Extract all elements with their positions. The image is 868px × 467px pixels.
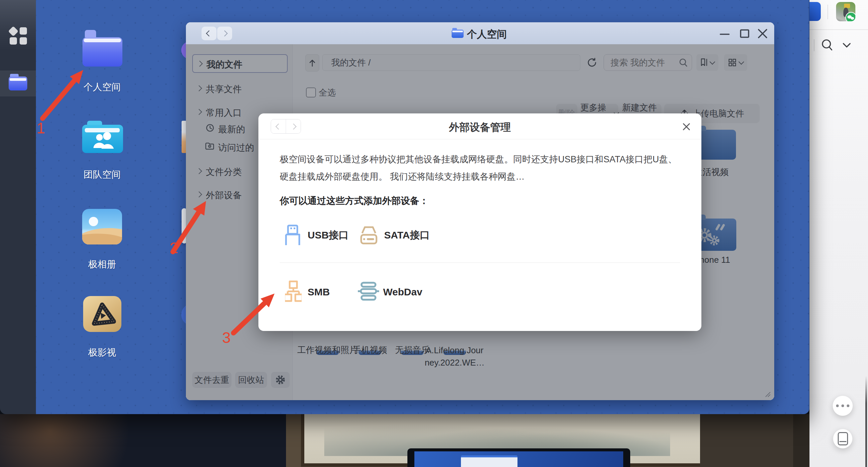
step-number-3: 3 bbox=[222, 329, 231, 347]
chevron-down-icon[interactable] bbox=[841, 41, 852, 49]
tile bbox=[20, 27, 27, 35]
desktop-icon-personal-space[interactable] bbox=[83, 29, 122, 66]
phone-screen-line bbox=[839, 441, 846, 442]
window-title: 个人空间 bbox=[467, 28, 507, 41]
wechat-badge-icon bbox=[845, 12, 855, 21]
modal-description: 极空间设备可以通过多种协议把其他设备挂载成网络硬盘。同时还支持USB接口和SAT… bbox=[280, 151, 684, 185]
host-blue-button[interactable] bbox=[809, 2, 821, 21]
close-button[interactable] bbox=[756, 27, 769, 40]
files-dock-icon[interactable] bbox=[9, 74, 27, 92]
photo-shelf-band bbox=[793, 414, 809, 467]
titlebar-folder-icon bbox=[452, 28, 464, 38]
smb-network-icon bbox=[285, 280, 302, 304]
folder-tab bbox=[85, 30, 96, 37]
webdav-stack-icon bbox=[358, 282, 379, 301]
external-device-modal: 外部设备管理 极空间设备可以通过多种协议把其他设备挂载成网络硬盘。同时还支持US… bbox=[258, 114, 702, 331]
desktop-icon-label[interactable]: 团队空间 bbox=[62, 168, 142, 181]
host-divider-h bbox=[809, 29, 868, 30]
dock bbox=[0, 0, 36, 414]
film-triangle-logo bbox=[89, 301, 116, 327]
modal-header: 外部设备管理 bbox=[258, 114, 702, 139]
folder-strip bbox=[84, 39, 121, 42]
dot bbox=[847, 404, 849, 407]
desktop-icon-label[interactable]: 极影视 bbox=[62, 346, 142, 359]
host-divider-v1 bbox=[828, 5, 828, 19]
host-app-panel bbox=[809, 0, 868, 467]
photo-monitor bbox=[407, 448, 630, 467]
avatar-sign bbox=[844, 4, 850, 8]
desktop-icon-photos[interactable] bbox=[82, 209, 122, 245]
chevron-right-icon bbox=[221, 30, 227, 36]
phone-icon bbox=[838, 432, 848, 445]
lamp-glow bbox=[0, 414, 166, 467]
dot bbox=[836, 404, 839, 407]
desktop-icon-label[interactable]: 极相册 bbox=[62, 258, 142, 271]
modal-subtitle: 你可以通过这些方式添加外部设备： bbox=[280, 195, 429, 207]
host-divider-v2 bbox=[814, 39, 814, 51]
screen-edge-line bbox=[865, 376, 867, 467]
step-number-2: 2 bbox=[169, 239, 178, 257]
background-photo bbox=[0, 414, 809, 467]
modal-title: 外部设备管理 bbox=[258, 120, 702, 134]
desktop-icon-label[interactable]: 个人空间 bbox=[62, 81, 142, 93]
screen: 个人空间 团队空间 极相册 极影视 bbox=[0, 0, 868, 467]
option-webdav[interactable]: WebDav bbox=[358, 280, 437, 310]
monitor-screen bbox=[414, 452, 623, 467]
mobile-device-fab[interactable] bbox=[833, 429, 852, 448]
option-smb[interactable]: SMB bbox=[285, 280, 351, 310]
tile bbox=[10, 37, 17, 44]
minimize-button[interactable] bbox=[718, 27, 731, 40]
monitor-window bbox=[461, 455, 518, 467]
option-label: USB接口 bbox=[308, 228, 348, 242]
option-sata[interactable]: SATA接口 bbox=[360, 223, 439, 247]
window-back-button[interactable] bbox=[202, 27, 217, 40]
folder-strip bbox=[10, 78, 26, 81]
apps-grid-icon[interactable] bbox=[9, 27, 28, 46]
avatar[interactable] bbox=[836, 2, 855, 21]
chevron-left-icon bbox=[206, 30, 212, 36]
wechat-bubble-2 bbox=[851, 17, 854, 20]
nas-desktop-window: 个人空间 团队空间 极相册 极影视 bbox=[0, 0, 809, 414]
sun bbox=[89, 217, 98, 226]
desktop-icon-team-space[interactable] bbox=[82, 121, 123, 153]
option-label: SATA接口 bbox=[384, 228, 430, 242]
maximize-button[interactable] bbox=[738, 27, 751, 40]
titlebar[interactable]: 个人空间 bbox=[186, 22, 774, 44]
usb-plug-icon bbox=[284, 224, 301, 247]
step-number-1: 1 bbox=[37, 119, 45, 137]
desktop-icon-movies[interactable] bbox=[83, 296, 121, 332]
search-icon[interactable] bbox=[820, 38, 835, 53]
strip bbox=[452, 31, 463, 32]
tile bbox=[8, 26, 18, 36]
options-divider bbox=[280, 262, 680, 263]
option-usb[interactable]: USB接口 bbox=[284, 223, 357, 247]
tile bbox=[20, 37, 27, 44]
window-forward-button[interactable] bbox=[217, 27, 232, 40]
dot bbox=[841, 404, 844, 407]
more-actions-fab[interactable] bbox=[833, 396, 853, 416]
option-label: WebDav bbox=[383, 286, 422, 298]
sata-drive-icon bbox=[360, 225, 378, 245]
people-icon bbox=[91, 131, 114, 150]
modal-close-icon[interactable] bbox=[681, 121, 692, 132]
option-label: SMB bbox=[308, 286, 330, 298]
